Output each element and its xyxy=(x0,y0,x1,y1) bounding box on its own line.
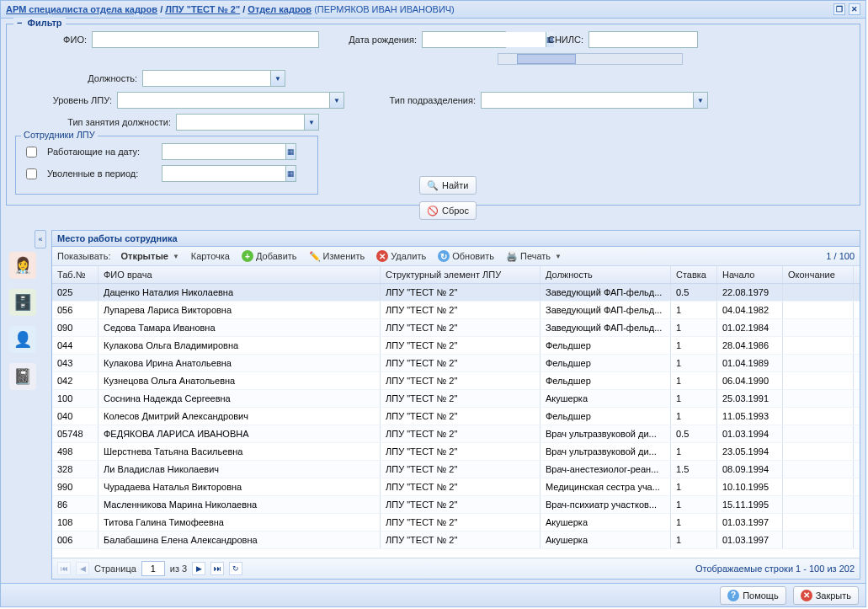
reset-button[interactable]: 🚫 Сброс xyxy=(419,201,477,220)
cell-start: 08.09.1994 xyxy=(717,461,783,478)
post-combo[interactable]: ▼ xyxy=(142,70,285,87)
grid-body[interactable]: 025Даценко Наталия НиколаевнаЛПУ "ТЕСТ №… xyxy=(52,284,860,558)
snils-input[interactable] xyxy=(588,31,698,48)
table-row[interactable]: 328Ли Владислав НиколаевичЛПУ "ТЕСТ № 2"… xyxy=(52,461,860,478)
close-icon[interactable]: ✕ xyxy=(849,3,860,15)
table-row[interactable]: 090Седова Тамара ИвановнаЛПУ "ТЕСТ № 2"З… xyxy=(52,319,860,337)
col-tab[interactable]: Таб.№ xyxy=(52,266,99,283)
chevron-down-icon[interactable]: ▼ xyxy=(270,71,285,86)
working-on-date-checkbox[interactable] xyxy=(26,147,37,158)
fio-input[interactable] xyxy=(92,31,319,48)
cell-tab: 056 xyxy=(52,302,99,318)
filter-collapse-toggle[interactable]: − Фильтр xyxy=(13,18,66,28)
table-row[interactable]: 040Колесов Дмитрий АлександровичЛПУ "ТЕС… xyxy=(52,408,860,425)
cell-start: 25.03.1991 xyxy=(717,390,783,407)
last-page-button[interactable]: ⏭ xyxy=(210,562,224,575)
refresh-button[interactable]: ↻ Обновить xyxy=(436,249,496,263)
chevron-down-icon[interactable]: ▼ xyxy=(304,115,318,130)
chevron-down-icon[interactable]: ▼ xyxy=(329,93,343,108)
scrollbar-thumb[interactable] xyxy=(517,54,576,64)
cell-start: 15.11.1995 xyxy=(717,496,783,513)
page-of-label: из 3 xyxy=(170,564,187,574)
cell-rate: 0.5 xyxy=(671,284,717,301)
breadcrumb: АРМ специалиста отдела кадров / ЛПУ "ТЕС… xyxy=(6,4,455,14)
col-job[interactable]: Должность xyxy=(541,266,671,283)
cell-fio: Шерстнева Татьяна Васильевна xyxy=(99,443,381,460)
cell-lpu: ЛПУ "ТЕСТ № 2" xyxy=(381,337,541,354)
cell-end xyxy=(783,461,854,478)
staff-fieldset: Сотрудники ЛПУ Работающие на дату: ▦ Уво… xyxy=(15,136,318,195)
cell-rate: 1 xyxy=(671,319,717,336)
row-counter: 1 / 100 xyxy=(826,251,855,261)
col-end[interactable]: Окончание xyxy=(783,266,854,283)
page-number-input[interactable] xyxy=(141,561,165,576)
table-row[interactable]: 043Кулакова Ирина АнатольевнаЛПУ "ТЕСТ №… xyxy=(52,355,860,372)
restore-icon[interactable]: ❐ xyxy=(833,3,845,15)
cell-lpu: ЛПУ "ТЕСТ № 2" xyxy=(381,355,541,371)
cell-rate: 0.5 xyxy=(671,425,717,442)
table-row[interactable]: 006Балабашина Елена АлександровнаЛПУ "ТЕ… xyxy=(52,532,860,549)
table-row[interactable]: 044Кулакова Ольга ВладимировнаЛПУ "ТЕСТ … xyxy=(52,337,860,355)
lpu-level-combo[interactable]: ▼ xyxy=(117,92,344,109)
calendar-icon[interactable]: ▦ xyxy=(285,144,296,159)
col-rate[interactable]: Ставка xyxy=(671,266,717,283)
table-row[interactable]: 108Титова Галина ТимофеевнаЛПУ "ТЕСТ № 2… xyxy=(52,514,860,532)
table-row[interactable]: 042Кузнецова Ольга АнатольевнаЛПУ "ТЕСТ … xyxy=(52,372,860,390)
sidebar: 👩‍⚕️ 🗄️ 👤 📓 xyxy=(9,252,36,390)
add-button[interactable]: + Добавить xyxy=(240,249,299,263)
cell-fio: Масленникова Марина Николаевна xyxy=(99,496,381,513)
horizontal-scrollbar[interactable] xyxy=(498,53,683,65)
refresh-page-button[interactable]: ↻ xyxy=(229,562,242,575)
user-name: (ПЕРМЯКОВ ИВАН ИВАНОВИЧ) xyxy=(314,4,455,14)
cell-job: Врач-психиатр участков... xyxy=(541,496,671,513)
cell-end xyxy=(783,532,854,548)
table-row[interactable]: 86Масленникова Марина НиколаевнаЛПУ "ТЕС… xyxy=(52,496,860,514)
find-button[interactable]: 🔍 Найти xyxy=(419,176,477,195)
chevron-down-icon: ▼ xyxy=(555,253,562,260)
show-filter-dropdown[interactable]: Открытые▼ xyxy=(119,250,180,262)
crumb-lpu[interactable]: ЛПУ "ТЕСТ № 2" xyxy=(165,4,240,14)
crumb-arm[interactable]: АРМ специалиста отдела кадров xyxy=(6,4,157,14)
cell-lpu: ЛПУ "ТЕСТ № 2" xyxy=(381,408,541,425)
sidebar-collapse-button[interactable]: « xyxy=(35,230,46,248)
cell-tab: 043 xyxy=(52,355,99,371)
working-date-field[interactable]: ▦ xyxy=(162,143,296,160)
print-button[interactable]: 🖨️ Печать▼ xyxy=(504,250,563,263)
next-page-button[interactable]: ▶ xyxy=(192,562,205,575)
prev-page-button[interactable]: ◀ xyxy=(76,562,89,575)
table-row[interactable]: 990Чурадаева Наталья ВикторовнаЛПУ "ТЕСТ… xyxy=(52,478,860,496)
chevron-down-icon[interactable]: ▼ xyxy=(693,93,707,108)
dept-type-combo[interactable]: ▼ xyxy=(481,92,708,109)
fired-in-period-checkbox[interactable] xyxy=(26,168,37,179)
user-search-icon[interactable]: 👤 xyxy=(9,326,36,353)
col-lpu[interactable]: Структурный элемент ЛПУ xyxy=(381,266,541,283)
help-button[interactable]: ? Помощь xyxy=(720,586,786,605)
table-row[interactable]: 025Даценко Наталия НиколаевнаЛПУ "ТЕСТ №… xyxy=(52,284,860,302)
card-button[interactable]: Карточка xyxy=(189,250,232,262)
first-page-button[interactable]: ⏮ xyxy=(57,562,71,575)
delete-icon: ✕ xyxy=(376,250,388,262)
database-icon[interactable]: 🗄️ xyxy=(9,289,36,316)
crumb-dept[interactable]: Отдел кадров xyxy=(248,4,312,14)
calendar-icon[interactable]: ▦ xyxy=(285,166,296,181)
fired-date-field[interactable]: ▦ xyxy=(162,165,296,182)
dob-field[interactable]: ▦ xyxy=(422,31,506,48)
cell-lpu: ЛПУ "ТЕСТ № 2" xyxy=(381,284,541,301)
cell-end xyxy=(783,390,854,407)
col-fio[interactable]: ФИО врача xyxy=(99,266,381,283)
delete-button[interactable]: ✕ Удалить xyxy=(375,249,428,263)
cell-end xyxy=(783,284,854,301)
table-row[interactable]: 498Шерстнева Татьяна ВасильевнаЛПУ "ТЕСТ… xyxy=(52,443,860,461)
table-row[interactable]: 100Соснина Надежда СергеевнаЛПУ "ТЕСТ № … xyxy=(52,390,860,408)
col-start[interactable]: Начало xyxy=(717,266,783,283)
cell-job: Заведующий ФАП-фельд... xyxy=(541,284,671,301)
occupation-type-combo[interactable]: ▼ xyxy=(176,114,319,131)
table-row[interactable]: 05748ФЕДЯКОВА ЛАРИСА ИВАНОВНАЛПУ "ТЕСТ №… xyxy=(52,425,860,443)
edit-button[interactable]: ✏️ Изменить xyxy=(307,250,367,263)
close-button[interactable]: ✕ Закрыть xyxy=(793,586,859,605)
person-icon[interactable]: 👩‍⚕️ xyxy=(9,252,36,279)
notebook-icon[interactable]: 📓 xyxy=(9,363,36,390)
staff-legend: Сотрудники ЛПУ xyxy=(21,130,98,140)
table-row[interactable]: 056Лупарева Лариса ВикторовнаЛПУ "ТЕСТ №… xyxy=(52,302,860,319)
cell-end xyxy=(783,478,854,495)
